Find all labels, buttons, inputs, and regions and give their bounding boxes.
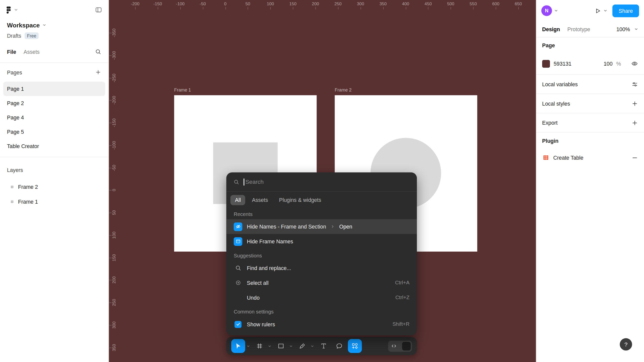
pen-tool[interactable] [295, 339, 309, 353]
sidebar-item-page[interactable]: Table Creator [3, 139, 105, 153]
chevron-down-icon[interactable] [14, 8, 18, 12]
tab-file[interactable]: File [7, 49, 16, 55]
ruler-tick [203, 7, 203, 10]
ruler-label: -50 [111, 165, 116, 171]
chevron-down-icon[interactable] [554, 9, 558, 13]
ruler-label: 500 [447, 1, 454, 6]
variables-sliders-icon[interactable] [631, 81, 638, 88]
quick-action-item[interactable]: Find and replace... [226, 261, 417, 276]
ruler-tick [109, 347, 112, 348]
plugin-row[interactable]: Create Table [536, 149, 644, 166]
drafts-row[interactable]: Drafts Free [0, 30, 108, 41]
comment-tool[interactable] [332, 339, 346, 353]
sidebar-item-page[interactable]: Page 5 [3, 125, 105, 139]
ruler-tick [270, 7, 271, 10]
search-icon[interactable] [95, 49, 101, 55]
zoom-selector[interactable]: 100% [616, 26, 638, 32]
right-top-row: N Share [536, 0, 644, 21]
add-page-button[interactable] [95, 69, 101, 75]
page-color-hex[interactable]: 593131 [554, 61, 572, 67]
ruler-label: -150 [111, 118, 116, 127]
chevron-down-icon[interactable] [267, 339, 272, 353]
chevron-down-icon [634, 27, 638, 31]
chevron-down-icon[interactable] [310, 339, 315, 353]
quick-actions-popup: Search AllAssetsPlugins & widgets Recent… [226, 172, 417, 335]
add-style-button[interactable] [631, 100, 638, 107]
present-button[interactable] [594, 7, 601, 14]
ruler-tick [109, 325, 112, 326]
ruler-tick [315, 7, 316, 10]
quick-action-item[interactable]: Hide Names - Frame and SectionOpen [226, 219, 417, 234]
quick-action-item[interactable]: Show rulersShift+R [226, 317, 417, 332]
section-title: Suggestions [226, 249, 417, 260]
dev-mode-toggle[interactable] [388, 340, 412, 351]
ruler-label: 50 [111, 210, 116, 215]
export-row[interactable]: Export [536, 113, 644, 133]
collapse-sidebar-icon[interactable] [95, 6, 102, 13]
avatar[interactable]: N [541, 5, 552, 16]
tab-prototype[interactable]: Prototype [567, 26, 590, 32]
ruler-tick [109, 78, 112, 78]
frame-names-icon [234, 237, 242, 246]
ruler-label: -350 [111, 28, 116, 37]
layer-row[interactable]: Frame 2 [0, 179, 108, 194]
layer-label: Frame 2 [18, 184, 38, 190]
remove-plugin-button[interactable] [631, 154, 638, 161]
percent-label: % [616, 61, 621, 67]
frame-tool[interactable] [253, 339, 267, 353]
ruler-label: 150 [111, 254, 116, 261]
chevron-down-icon [42, 23, 46, 27]
chevron-down-icon[interactable] [288, 339, 293, 353]
local-styles-row[interactable]: Local styles [536, 94, 644, 113]
quick-actions-search-input[interactable]: Search [226, 172, 417, 192]
sidebar-item-page[interactable]: Page 1 [3, 82, 105, 96]
add-export-button[interactable] [631, 119, 638, 126]
text-caret [244, 178, 244, 185]
quick-action-item[interactable]: Select allCtrl+A [226, 276, 417, 290]
quick-actions-tab-assets[interactable]: Assets [248, 195, 273, 205]
actions-tool[interactable] [348, 339, 362, 353]
page-opacity-value[interactable]: 100 [604, 61, 613, 67]
ruler-label: 50 [246, 1, 250, 6]
quick-actions-tab-plugins-widgets[interactable]: Plugins & widgets [274, 195, 326, 205]
ruler-tick [428, 7, 429, 10]
tab-assets[interactable]: Assets [24, 49, 40, 55]
page-item-label: Page 4 [7, 115, 24, 121]
page-color-swatch[interactable] [542, 60, 550, 68]
chevron-down-icon[interactable] [603, 9, 608, 13]
ruler-tick [109, 145, 112, 146]
frame-label[interactable]: Frame 1 [174, 87, 191, 93]
canvas[interactable]: -200-150-100-500501001502002503003504004… [109, 0, 536, 362]
workspace-selector[interactable]: Workspace [0, 20, 108, 30]
help-button[interactable]: ? [620, 338, 632, 350]
bottom-toolbar [226, 337, 417, 355]
share-button[interactable]: Share [613, 4, 639, 17]
quick-action-label: Select all [247, 280, 268, 286]
ruler-label: -200 [111, 96, 116, 105]
quick-action-item[interactable]: UndoCtrl+Z [226, 290, 417, 305]
ruler-label: 350 [379, 1, 387, 6]
text-tool[interactable] [317, 339, 331, 353]
ruler-tick [109, 55, 112, 56]
local-variables-row[interactable]: Local variables [536, 75, 644, 94]
sidebar-item-page[interactable]: Page 4 [3, 110, 105, 125]
ruler-tick [406, 7, 406, 10]
move-tool[interactable] [231, 339, 245, 353]
quick-actions-tab-all[interactable]: All [230, 195, 246, 205]
sidebar-item-page[interactable]: Page 2 [3, 96, 105, 110]
frame-label[interactable]: Frame 2 [335, 87, 352, 93]
ruler-label: -150 [153, 1, 162, 6]
eye-icon[interactable] [631, 60, 638, 67]
layer-row[interactable]: Frame 1 [0, 194, 108, 209]
checkbox-checked[interactable] [234, 321, 242, 328]
figma-logo-icon[interactable] [6, 6, 11, 13]
ruler-tick [109, 258, 112, 258]
left-sidebar: Workspace Drafts Free File Assets Pages … [0, 0, 109, 362]
quick-action-item[interactable]: Hide Frame Names [226, 234, 417, 249]
tab-design[interactable]: Design [542, 26, 560, 32]
rectangle-tool[interactable] [274, 339, 288, 353]
chevron-down-icon[interactable] [246, 339, 251, 353]
local-styles-label: Local styles [542, 100, 570, 106]
plugin-name: Create Table [553, 155, 583, 161]
layer-label: Frame 1 [18, 198, 38, 204]
